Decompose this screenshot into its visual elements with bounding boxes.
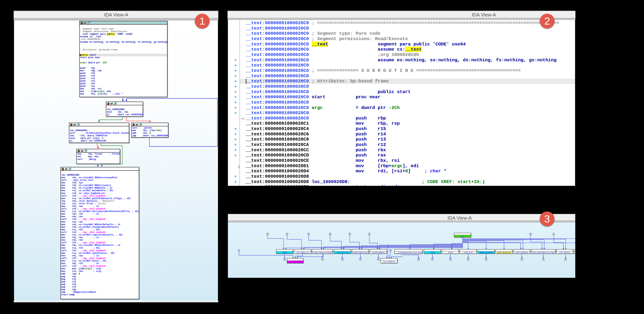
svg-text:selRef_pathForResource:ofType:: selRef_pathForResource:ofType: bbox=[532, 252, 555, 253]
svg-text:_objc_alloc_init: _objc_alloc_init bbox=[336, 252, 348, 253]
svg-text:start: start bbox=[460, 236, 464, 237]
svg-text:_objc_msgSend_ptr: _objc_msgSend_ptr bbox=[296, 252, 309, 253]
svg-text:__imp__objc_msgSend: __imp__objc_msgSend bbox=[288, 261, 302, 263]
svg-text:classRef_NSDictionary: classRef_NSDictionary bbox=[352, 252, 369, 253]
svg-text:_putenv: _putenv bbox=[430, 252, 435, 253]
svg-text:dword_100055718: dword_100055718 bbox=[383, 261, 395, 263]
svg-text:selRef_synchronize: selRef_synchronize bbox=[497, 252, 511, 253]
svg-text:classRef_NSAutoreleasePool: classRef_NSAutoreleasePool bbox=[312, 252, 332, 253]
svg-text:selRef_drain: selRef_drain bbox=[464, 252, 473, 253]
svg-text:selRef_mainBundle: selRef_mainBundle bbox=[515, 252, 528, 253]
svg-text:_NSLog: _NSLog bbox=[282, 252, 287, 253]
svg-text:____ZL14disableFastPowv_block_: ____ZL14disableFastPowv_block_invoke bbox=[394, 252, 422, 253]
svg-text:_NSApplicationMain: _NSApplicationMain bbox=[479, 252, 493, 253]
svg-text:cfstr_Defaults: cfstr_Defaults bbox=[559, 252, 570, 253]
svg-text:classRef_NSBundle: classRef_NSBundle bbox=[372, 252, 385, 253]
svg-text:format: format bbox=[448, 252, 453, 253]
